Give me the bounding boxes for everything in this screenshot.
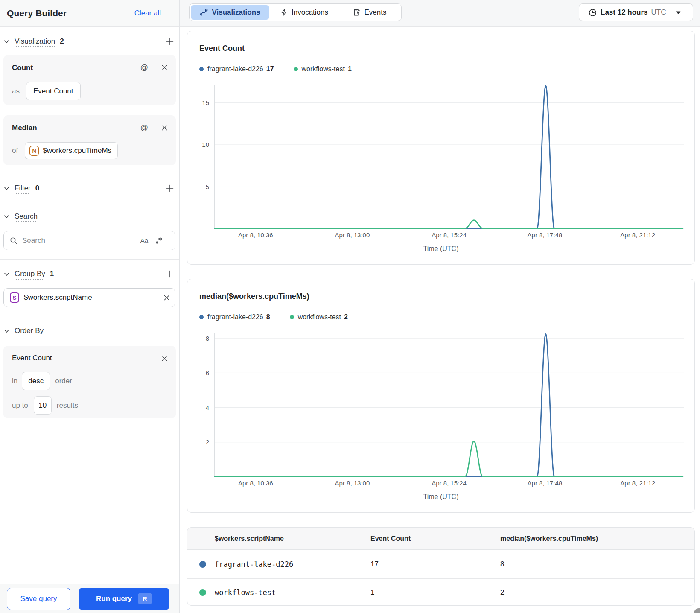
table-column-header: Event Count xyxy=(370,535,500,543)
page-title: Query Builder xyxy=(7,8,67,18)
add-filter-button[interactable] xyxy=(164,182,176,194)
upto-label: up to xyxy=(12,401,28,410)
limit-input[interactable]: 10 xyxy=(34,396,52,415)
clock-icon xyxy=(589,9,597,17)
clear-all-button[interactable]: Clear all xyxy=(134,9,161,18)
series-color-dot xyxy=(199,589,206,596)
remove-median-icon[interactable] xyxy=(159,122,170,133)
x-tick-label: Apr 8, 13:00 xyxy=(335,479,370,487)
chart-title: Event Count xyxy=(199,44,245,53)
chevron-down-icon[interactable] xyxy=(3,185,15,192)
tab-invocations[interactable]: Invocations xyxy=(269,5,339,20)
chevron-down-icon[interactable] xyxy=(3,271,15,277)
legend-series-value: 17 xyxy=(266,65,274,73)
chevron-down-icon[interactable] xyxy=(3,38,15,45)
table-header-row: $workers.scriptNameEvent Countmedian($wo… xyxy=(187,528,694,550)
legend-dot xyxy=(199,67,204,71)
match-case-toggle[interactable]: Aa xyxy=(138,235,150,247)
direction-select[interactable]: desc xyxy=(22,372,50,390)
chart-card-median-cputime: median($workers.cpuTimeMs)fragrant-lake-… xyxy=(187,279,695,513)
alias-icon[interactable]: @ xyxy=(139,122,150,133)
chart-legend: fragrant-lake-d2268workflows-test2 xyxy=(199,313,348,321)
x-tick-label: Apr 8, 21:12 xyxy=(620,479,655,487)
sidebar-footer: Save query Run query R xyxy=(0,584,179,613)
legend-dot xyxy=(294,67,298,71)
main-topbar: Visualizations Invocations Events Last 1… xyxy=(180,0,700,27)
chart-line-icon xyxy=(200,9,208,16)
legend-series-value: 1 xyxy=(348,65,352,73)
run-query-button[interactable]: Run query R xyxy=(79,588,169,610)
series-line-fragrant-lake-d226 xyxy=(215,334,683,476)
groupby-count: 1 xyxy=(50,270,54,278)
y-tick-label: 10 xyxy=(202,141,209,148)
chevron-down-icon[interactable] xyxy=(3,213,15,220)
legend-dot xyxy=(290,315,294,319)
x-axis-title: Time (UTC) xyxy=(423,245,459,252)
y-tick-label: 6 xyxy=(206,369,209,377)
chevron-down-icon[interactable] xyxy=(3,328,15,334)
add-visualization-button[interactable] xyxy=(164,35,176,47)
x-tick-label: Apr 8, 10:36 xyxy=(238,479,273,487)
x-axis-title: Time (UTC) xyxy=(423,493,459,500)
x-tick-label: Apr 8, 13:00 xyxy=(335,231,370,239)
cell-script-name: workflows-test xyxy=(215,588,370,597)
save-query-button[interactable]: Save query xyxy=(7,588,70,610)
legend-item[interactable]: workflows-test2 xyxy=(290,313,348,321)
x-tick-label: Apr 8, 17:48 xyxy=(528,479,563,487)
table-column-header: $workers.scriptName xyxy=(215,535,370,543)
tab-events[interactable]: Events xyxy=(339,5,400,20)
section-search-label: Search xyxy=(15,212,38,221)
y-tick-label: 2 xyxy=(206,438,209,446)
table-row[interactable]: fragrant-lake-d226178 xyxy=(187,550,694,578)
string-field-icon: S xyxy=(10,292,19,303)
aggregation-card-median: Median @ of N $workers.cpuTimeMs xyxy=(3,115,176,165)
chart-card-event-count: Event Countfragrant-lake-d22617workflows… xyxy=(187,31,695,265)
of-label: of xyxy=(12,146,18,155)
main-area: Visualizations Invocations Events Last 1… xyxy=(180,0,700,613)
section-visualization-header: Visualization 2 xyxy=(3,35,176,48)
legend-item[interactable]: fragrant-lake-d2268 xyxy=(199,313,270,321)
regex-toggle-icon[interactable] xyxy=(153,235,165,247)
legend-series-name: workflows-test xyxy=(298,313,341,321)
cell-script-name: fragrant-lake-d226 xyxy=(215,560,370,569)
legend-item[interactable]: fragrant-lake-d22617 xyxy=(199,65,274,73)
section-filter-header: Filter 0 xyxy=(3,181,176,195)
legend-dot xyxy=(199,315,204,319)
query-builder-app: Query Builder Clear all Visualization 2 … xyxy=(0,0,700,613)
chart-legend: fragrant-lake-d22617workflows-test1 xyxy=(199,65,352,73)
search-input[interactable] xyxy=(22,236,138,245)
orderby-card: Event Count in desc order up to 10 resul… xyxy=(3,346,176,418)
cell-value: 8 xyxy=(500,560,694,569)
tab-visualizations[interactable]: Visualizations xyxy=(191,5,269,20)
remove-groupby-icon[interactable] xyxy=(158,289,175,306)
legend-series-value: 2 xyxy=(344,313,348,321)
section-filter-label: Filter xyxy=(15,184,31,193)
lightning-icon xyxy=(280,9,288,16)
section-visualization-label: Visualization xyxy=(15,37,55,46)
orderby-field: Event Count xyxy=(12,354,52,362)
table-column-header: median($workers.cpuTimeMs) xyxy=(500,535,694,543)
time-range-select[interactable]: Last 12 hours UTC xyxy=(579,3,693,21)
alias-chip[interactable]: Event Count xyxy=(26,82,81,100)
legend-item[interactable]: workflows-test1 xyxy=(294,65,352,73)
time-range-label: Last 12 hours xyxy=(601,8,648,17)
section-search-header: Search xyxy=(3,210,176,223)
remove-orderby-icon[interactable] xyxy=(159,353,170,364)
cell-value: 1 xyxy=(370,588,500,597)
y-tick-label: 5 xyxy=(206,183,209,190)
table-row[interactable]: workflows-test12 xyxy=(187,578,694,606)
x-tick-label: Apr 8, 15:24 xyxy=(432,479,467,487)
remove-count-icon[interactable] xyxy=(159,62,170,73)
y-tick-label: 8 xyxy=(206,335,209,342)
results-label: results xyxy=(57,401,78,410)
aggregation-title: Median xyxy=(12,124,37,132)
groupby-field[interactable]: S $workers.scriptName xyxy=(3,288,175,307)
field-chip[interactable]: N $workers.cpuTimeMs xyxy=(25,142,118,159)
chart-plot: 51015Apr 8, 10:36Apr 8, 13:00Apr 8, 15:2… xyxy=(187,84,694,255)
series-color-dot xyxy=(199,561,206,568)
add-groupby-button[interactable] xyxy=(164,268,176,280)
in-label: in xyxy=(12,377,18,385)
alias-icon[interactable]: @ xyxy=(139,62,150,73)
results-table-card: $workers.scriptNameEvent Countmedian($wo… xyxy=(187,527,695,606)
y-tick-label: 15 xyxy=(202,99,209,106)
